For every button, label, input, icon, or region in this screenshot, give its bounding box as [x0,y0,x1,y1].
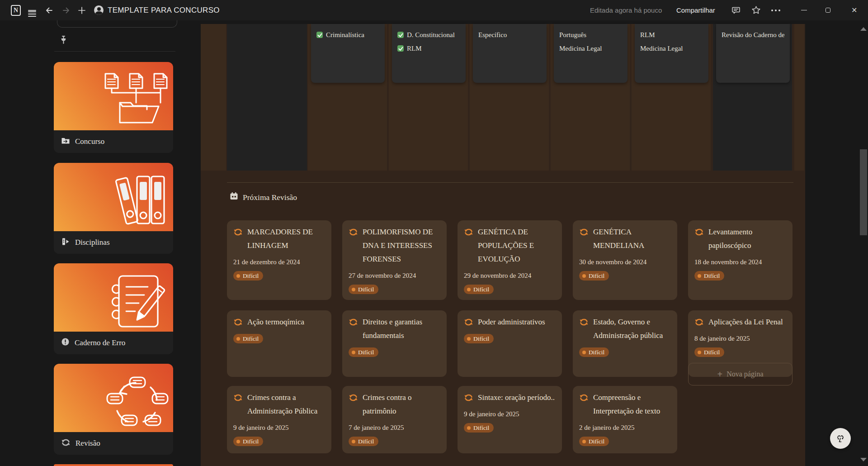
difficulty-tag: Difícil [233,334,263,343]
review-card-date: 9 de janeiro de 2025 [233,424,325,432]
next-review-title: Próxima Revisão [243,193,297,202]
review-card[interactable]: Levantamento papiloscópico18 de novembro… [688,220,793,300]
repeat-arrows-icon [233,318,243,327]
comments-icon[interactable] [731,0,741,20]
review-card[interactable]: MARCADORES DE LINHAGEM21 de dezembro de … [227,220,331,300]
binders-art [54,163,173,231]
exclamation-circle-icon [61,338,70,348]
tag-label: Difícil [473,334,489,343]
checked-checkbox-icon[interactable] [316,32,323,38]
review-card[interactable]: Estado, Governo e Administração públicaD… [573,310,677,377]
tag-dot-icon [236,337,240,341]
page-title[interactable]: TEMPLATE PARA CONCURSO [108,0,220,20]
tag-label: Difícil [704,347,720,357]
repeat-arrows-icon [579,228,589,237]
tag-dot-icon [352,440,355,443]
review-card-title: GENÉTICA MENDELIANA [593,225,672,252]
tag-label: Difícil [589,271,604,281]
plus-icon: + [717,370,723,379]
scrollbar-up-arrow[interactable] [860,27,867,31]
more-options-icon[interactable] [771,0,780,20]
board-column-6: PortuguêsMedicina Legal [551,24,630,171]
review-card[interactable]: GENÉTICA MENDELIANA30 de novembro de 202… [573,220,677,300]
sidebar-card-concurso[interactable]: Concurso [54,62,173,153]
window-close-button[interactable]: ✕ [851,0,857,20]
repeat-arrows-icon [349,318,358,327]
tag-dot-icon [236,440,240,443]
sidebar-card-disciplinas[interactable]: Disciplinas [54,163,173,254]
review-card-title: Crimes contra o patrimônio [363,391,441,418]
page-content: CriminalísticaD. ConstitucionalRLMEspecí… [201,24,805,466]
board-card-item: Criminalística [316,28,379,42]
review-card[interactable]: Sintaxe: oração período..9 de janeiro de… [458,386,562,453]
board-card[interactable]: RLMMedicina Legal [635,24,708,83]
review-card-date: 18 de novembro de 2024 [694,258,786,266]
window-maximize-button[interactable] [826,0,830,20]
review-card[interactable]: POLIMORFISMO DE DNA E INTERESSES FORENSE… [342,220,447,300]
repeat-arrows-icon [464,318,473,327]
difficulty-tag: Difícil [694,271,724,281]
tag-dot-icon [467,288,471,291]
tag-dot-icon [467,337,471,341]
review-card-title: Estado, Governo e Administração pública [593,315,672,342]
notion-ai-button[interactable] [830,428,851,449]
difficulty-tag: Difícil [464,423,494,433]
cycle-diagram-art [54,364,173,432]
scrollbar-down-arrow[interactable] [860,458,867,461]
new-page-button[interactable]: + Nova página [688,363,793,385]
review-card-date: 9 de janeiro de 2025 [464,410,556,418]
board-column-3: Criminalística [308,24,387,171]
scrollbar-thumb[interactable] [860,149,867,235]
tag-label: Difícil [473,285,489,294]
repeat-arrows-icon [579,393,589,402]
board-item-label: Revisão do Caderno de [722,31,784,39]
repeat-arrows-icon [61,438,71,447]
board-column-8: Revisão do Caderno de [713,24,792,171]
board-card[interactable]: Criminalística [311,24,385,83]
review-card[interactable]: Poder administrativosDifícil [458,310,562,377]
review-card[interactable]: Direitos e garantias fundamentaisDifícil [342,310,447,377]
ai-face-icon [834,432,847,445]
back-icon[interactable] [45,0,54,20]
difficulty-tag: Difícil [579,347,609,357]
sidebar-next-card-sliver[interactable] [54,464,173,466]
repeat-arrows-icon [233,393,243,402]
favorite-star-icon[interactable] [751,0,761,20]
tag-label: Difícil [243,334,259,343]
board-card[interactable]: D. ConstitucionalRLM [392,24,466,83]
pinned-block-stub [57,20,177,28]
review-card[interactable]: GENÉTICA DE POPULAÇÕES E EVOLUÇÃO29 de n… [458,220,562,300]
difficulty-tag: Difícil [579,271,609,281]
review-card-date: 30 de novembro de 2024 [579,258,671,266]
checked-checkbox-icon[interactable] [397,45,404,52]
new-page-label: Nova página [726,370,763,378]
repeat-arrows-icon [579,318,589,327]
sidebar-card-revis-o[interactable]: Revisão [54,364,173,455]
new-page-icon[interactable] [77,0,86,20]
sidebar-menu-icon[interactable] [28,0,36,20]
review-card[interactable]: Crimes contra a Administração Pública9 d… [227,386,331,453]
board-card[interactable]: Específico [473,24,547,83]
window-minimize-button[interactable] [801,0,807,20]
review-card[interactable]: Crimes contra o patrimônio7 de janeiro d… [342,386,447,453]
board-column-5: Específico [470,24,549,171]
sidebar-card-caderno-de-erro[interactable]: Caderno de Erro [54,263,173,354]
difficulty-tag: Difícil [579,437,609,446]
checked-checkbox-icon[interactable] [397,32,404,38]
notion-logo-icon[interactable]: N [11,0,21,20]
account-avatar[interactable] [94,0,104,20]
review-card[interactable]: Ação termoqímicaDifícil [227,310,331,377]
board-card[interactable]: PortuguêsMedicina Legal [554,24,627,83]
review-card[interactable]: Compreensão e Interpretação de texto2 de… [573,386,677,453]
board-column-9-partial [794,24,804,171]
board-card-item: RLM [640,28,703,42]
tag-dot-icon [352,351,355,354]
tag-dot-icon [467,426,471,430]
board-card[interactable]: Revisão do Caderno de [716,24,790,83]
forward-icon[interactable] [61,0,71,20]
notebook-pencil-art [54,263,173,332]
tag-dot-icon [352,288,355,291]
review-card-title: MARCADORES DE LINHAGEM [247,225,326,252]
share-button[interactable]: Compartilhar [676,0,715,20]
board-card-item: Português [559,28,622,42]
